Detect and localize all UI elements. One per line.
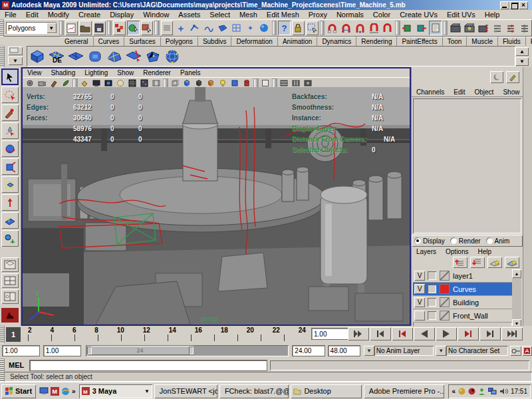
construction-history-icon[interactable]: [429, 21, 442, 35]
render-current-frame-icon[interactable]: [449, 21, 462, 35]
layer-options-menu[interactable]: Options: [441, 247, 473, 256]
isolate-select-icon[interactable]: [260, 78, 271, 88]
marquee-select-icon[interactable]: [306, 21, 319, 35]
shelf-item-poly-cube-icon[interactable]: [29, 48, 46, 65]
radio-anim[interactable]: Anim: [486, 237, 510, 245]
shelf-grip[interactable]: [0, 46, 5, 67]
chevron-down-icon[interactable]: ▼: [47, 23, 57, 33]
range-handle-left-grip[interactable]: [87, 346, 92, 354]
tab-deformation[interactable]: Deformation: [231, 37, 277, 46]
status-line-grip[interactable]: [0, 19, 4, 37]
menu-help[interactable]: Help: [480, 10, 505, 19]
blue-cube-icon[interactable]: [229, 78, 240, 88]
menu-mesh[interactable]: Mesh: [235, 10, 262, 19]
shelf-item-poly-mesh-icon[interactable]: [106, 48, 123, 65]
menu-file[interactable]: File: [0, 10, 21, 19]
select-surfaces-icon[interactable]: [216, 21, 229, 35]
layer-color-swatch[interactable]: [440, 271, 450, 281]
tab-curves[interactable]: Curves: [94, 37, 125, 46]
tray-messenger-icon[interactable]: [478, 388, 485, 395]
taskbar-button-premiere[interactable]: Pr Adobe Premiere Pro -...: [364, 384, 445, 398]
camera-icon[interactable]: [37, 78, 47, 88]
menu-proxy[interactable]: Proxy: [304, 10, 332, 19]
divider[interactable]: [154, 21, 159, 35]
shaded-cube-icon[interactable]: [182, 78, 192, 88]
radio-display[interactable]: Display: [414, 237, 445, 245]
save-scene-icon[interactable]: [93, 21, 106, 35]
render-settings-icon[interactable]: [477, 21, 489, 35]
divider[interactable]: [395, 21, 400, 35]
minimize-button[interactable]: [500, 1, 509, 9]
tray-expand-icon[interactable]: «: [452, 388, 456, 395]
film-strip3-icon[interactable]: [303, 78, 313, 88]
lattice-icon[interactable]: [139, 78, 150, 88]
snap-view-plane-icon[interactable]: [368, 21, 380, 35]
tab-general[interactable]: General: [60, 37, 94, 46]
bookmark-icon[interactable]: [79, 78, 90, 88]
shelf-scroll-down-icon[interactable]: ▼: [515, 57, 529, 66]
channel-edit-menu[interactable]: Edit: [449, 88, 469, 96]
menu-create[interactable]: Create: [74, 10, 105, 19]
menu-create-uvs[interactable]: Create UVs: [395, 10, 442, 19]
layer-visibility-toggle[interactable]: V: [414, 271, 425, 281]
layer-color-swatch[interactable]: [440, 284, 450, 294]
menu-set-dropdown[interactable]: Polygons ▼: [6, 22, 57, 34]
menu-edit[interactable]: Edit: [21, 10, 43, 19]
panel-menu-renderer[interactable]: Renderer: [138, 68, 176, 77]
maya-quicklaunch-icon[interactable]: M: [51, 387, 59, 396]
divider[interactable]: [443, 21, 448, 35]
maximize-button[interactable]: [509, 1, 519, 9]
rotate-tool-button[interactable]: [1, 140, 19, 157]
tab-rendering[interactable]: Rendering: [356, 37, 397, 46]
show-attribute-editor-icon[interactable]: [491, 21, 503, 35]
channels-menu[interactable]: Channels: [412, 88, 449, 96]
step-forward-key-button[interactable]: [458, 327, 479, 340]
panel-menu-view[interactable]: View: [23, 68, 47, 77]
anim-start-field[interactable]: 1.00: [2, 345, 40, 356]
film-strip2-icon[interactable]: [291, 78, 301, 88]
select-dynamics-icon[interactable]: ✦: [244, 21, 257, 35]
playback-start-field[interactable]: 1.00: [43, 345, 81, 356]
menu-edit-mesh[interactable]: Edit Mesh: [262, 10, 304, 19]
select-curves-icon[interactable]: [202, 21, 215, 35]
pencil-toggle-icon[interactable]: [506, 71, 519, 83]
layer-visibility-toggle[interactable]: V: [414, 297, 425, 307]
layer-help-menu[interactable]: Help: [473, 247, 496, 256]
snap-point-icon[interactable]: [354, 21, 366, 35]
create-empty-layer-icon[interactable]: [487, 257, 502, 268]
time-slider-grip[interactable]: [0, 326, 5, 343]
wireframe-cube-icon[interactable]: [170, 78, 180, 88]
tray-security-icon[interactable]: [468, 388, 475, 395]
select-tool-button[interactable]: [1, 68, 19, 85]
time-slider-track[interactable]: 24 68 1012 1416 1820 2224: [23, 326, 309, 343]
layers-menu[interactable]: Layers: [412, 247, 441, 256]
move-layer-up-icon[interactable]: [453, 257, 467, 268]
sphere-light-icon[interactable]: [115, 78, 126, 88]
snap-live-surface-icon[interactable]: [381, 21, 394, 35]
grid-icon[interactable]: [127, 78, 138, 88]
tab-fluids[interactable]: Fluids: [498, 37, 526, 46]
close-button[interactable]: ×: [519, 1, 528, 9]
hierarchy-mode-icon[interactable]: [113, 21, 126, 35]
panel-menu-shading[interactable]: Shading: [47, 68, 80, 77]
layer-visibility-toggle[interactable]: V: [414, 284, 425, 294]
layer-type-cell[interactable]: [428, 285, 436, 293]
shelf-item-poly-sheet-icon[interactable]: [67, 48, 84, 65]
range-bar-track[interactable]: 24: [86, 345, 289, 356]
layer-row-curves[interactable]: V Curves: [413, 283, 512, 296]
tab-animation[interactable]: Animation: [278, 37, 317, 46]
viewport-scene[interactable]: y persp Verts:3276500 Edges:6321200 Face…: [23, 87, 410, 325]
component-mode-icon[interactable]: [141, 21, 154, 35]
shelf-item-poly-plane-icon[interactable]: DE: [48, 48, 65, 65]
create-layer-with-selected-icon[interactable]: [505, 257, 519, 268]
layer-list-scrollbar[interactable]: ▲ ▼: [512, 269, 521, 328]
go-to-end-button[interactable]: [501, 327, 523, 340]
layout-four-pane-button[interactable]: [1, 273, 19, 288]
layer-name[interactable]: Front_Wall: [452, 312, 488, 320]
show-desktop-icon[interactable]: [39, 387, 49, 395]
show-tool-settings-icon[interactable]: [505, 21, 517, 35]
tab-surfaces[interactable]: Surfaces: [124, 37, 160, 46]
lasso-tool-button[interactable]: [1, 86, 19, 103]
shelf-menu-button[interactable]: [8, 47, 23, 55]
soft-mod-tool-button[interactable]: [1, 194, 19, 211]
